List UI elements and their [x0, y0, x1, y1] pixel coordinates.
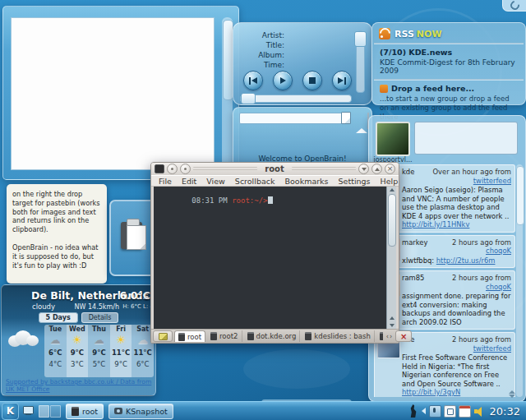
forecast-column: Wed ☀ 9°C 3°C — [67, 325, 89, 377]
tweet-list-scrollbar[interactable] — [516, 164, 523, 397]
close-tab-button[interactable]: × — [395, 330, 412, 342]
scroll-up-icon[interactable] — [388, 187, 395, 193]
status-update-input[interactable] — [414, 122, 518, 155]
klipper-icon[interactable] — [444, 405, 456, 418]
menu-view[interactable]: View — [201, 177, 230, 186]
weather-tabs: 5 Days Details — [2, 312, 155, 323]
microphone-icon[interactable] — [429, 405, 441, 418]
pager-desktop-2[interactable] — [50, 405, 61, 418]
desktop-pager[interactable] — [39, 405, 61, 418]
weather-credit-link[interactable]: Supported by backstage.bbc.co.uk / Data … — [6, 378, 152, 394]
window-title: root — [260, 164, 288, 173]
clock[interactable]: 20:32 — [490, 405, 520, 418]
titlebar-pin-button[interactable] — [180, 164, 191, 174]
sun-icon: ☀ — [67, 333, 89, 347]
seek-slider[interactable] — [240, 95, 352, 103]
tweet-list-scrollbar-thumb[interactable] — [516, 166, 524, 225]
tweet-user[interactable]: markey — [402, 238, 427, 256]
avatar[interactable] — [376, 122, 410, 156]
tab-root2[interactable]: root2 — [207, 330, 242, 342]
device-notifier-icon[interactable] — [22, 405, 35, 418]
openbrain-input[interactable] — [239, 113, 344, 124]
task-button-root[interactable]: root — [66, 404, 104, 419]
forecast-column: Fri ☀ 11°C 9°C — [110, 325, 132, 377]
tab-details[interactable]: Details — [81, 312, 119, 323]
tab-config[interactable]: confi — [376, 330, 383, 342]
volume-slider[interactable] — [356, 30, 365, 93]
scroll-up-icon[interactable] — [388, 315, 395, 321]
seek-slider-handle[interactable] — [241, 93, 256, 104]
terminal-scrollbar-thumb[interactable] — [388, 194, 396, 247]
close-button[interactable]: × — [385, 164, 395, 174]
volume-slider-handle[interactable] — [354, 31, 367, 47]
terminal-scrollbar[interactable] — [386, 187, 396, 329]
kmenu-button[interactable]: K — [2, 403, 19, 420]
tweet-source-link[interactable]: twitterfeed — [473, 177, 511, 185]
home-icon[interactable] — [356, 113, 367, 122]
rain-icon: ☁ — [44, 333, 67, 347]
terminal-tab-icon — [305, 332, 311, 340]
rain-icon: ☁ — [88, 333, 110, 347]
volume-icon[interactable] — [473, 406, 484, 417]
play-button[interactable] — [273, 71, 293, 90]
rss-logo: RSS — [394, 29, 414, 39]
menu-help[interactable]: Help — [376, 177, 404, 186]
tweet-link[interactable]: http://2tu.us/r6m — [436, 256, 496, 265]
terminal-window: root × File Edit View Scrollback Bookmar… — [150, 162, 399, 344]
terminal-menubar: File Edit View Scrollback Bookmarks Sett… — [151, 175, 399, 187]
tweet-link[interactable]: http://bit.ly/3gyN — [402, 388, 460, 396]
tweet-source-link[interactable]: twitterfeed — [473, 344, 511, 353]
calendar-icon[interactable] — [459, 405, 471, 418]
tab-dot-kde-org[interactable]: dot.kde.org — [244, 330, 301, 342]
terminal-tab-icon — [380, 332, 383, 340]
minimize-button[interactable] — [358, 164, 369, 174]
widget-handle[interactable] — [502, 0, 526, 12]
menu-bookmarks[interactable]: Bookmarks — [279, 177, 333, 186]
terminal-icon — [72, 407, 79, 416]
terminal-titlebar[interactable]: root × — [151, 163, 399, 175]
editor-scrollbar[interactable] — [222, 17, 233, 170]
tab-kdeslides-bash[interactable]: kdeslides : bash — [302, 330, 374, 342]
maximize-button[interactable] — [371, 164, 382, 174]
rss-drop-heading: Drop a feed here... — [391, 84, 474, 93]
tweet-text: assignment done. preparing for ext4 conv… — [402, 292, 511, 326]
tweet-text: Aaron Seigo (aseigo): Plasma and VNC: A … — [402, 186, 511, 229]
tray-expander-icon[interactable] — [422, 408, 426, 414]
rss-feed-item[interactable]: (7/10) KDE.news KDE Commit-Digest for 8t… — [372, 44, 525, 79]
task-button-ksnapshot[interactable]: KSnapshot — [108, 404, 173, 419]
rssnow-widget: RSS NOW (7/10) KDE.news KDE Commit-Diges… — [371, 22, 526, 105]
tweet-link[interactable]: http://bit.ly/11HNkv — [402, 220, 469, 228]
terminal-output[interactable]: 08:31 PM root:~/> — [154, 187, 396, 329]
menu-scrollback[interactable]: Scrollback — [230, 177, 280, 186]
menu-edit[interactable]: Edit — [177, 177, 201, 186]
tab-scroll-arrows[interactable]: ‹› — [385, 330, 394, 342]
tweet-text: First Free Software Conference Held in N… — [402, 353, 511, 397]
document-icon[interactable] — [341, 112, 351, 124]
new-tab-icon — [159, 333, 168, 340]
sticky-note-widget[interactable]: on the right the drop target for pastebi… — [7, 184, 107, 284]
forecast-column: Thu ☁ 9°C 5°C — [88, 325, 110, 377]
tweet-time: 2 hours ago from twitterfeed — [418, 335, 511, 353]
time-label: Time: — [240, 60, 284, 70]
previous-button[interactable] — [243, 71, 263, 90]
rss-icon — [379, 28, 390, 39]
menu-file[interactable]: File — [154, 177, 177, 186]
stop-button[interactable] — [302, 71, 322, 90]
tweet-time: Over an hour ago from twitterfeed — [418, 168, 511, 185]
wallpaper-bokeh — [243, 349, 350, 389]
notes-editor-widget — [2, 6, 239, 180]
new-tab-button[interactable] — [153, 330, 173, 342]
tweet-source-link[interactable]: choqoK — [486, 283, 511, 291]
tab-root[interactable]: root — [174, 330, 205, 342]
scroll-down-icon[interactable] — [388, 322, 395, 329]
tweet-source-link[interactable]: choqoK — [486, 247, 511, 255]
next-button[interactable] — [332, 71, 352, 90]
tray-app-icon[interactable] — [409, 404, 418, 418]
tweet-user[interactable]: ram85 — [402, 274, 424, 291]
titlebar-menu-button[interactable] — [167, 164, 178, 174]
tweet-user[interactable]: kde — [402, 168, 414, 185]
tab-5-days[interactable]: 5 Days — [39, 312, 78, 323]
editor-text-area[interactable] — [11, 17, 215, 170]
menu-settings[interactable]: Settings — [334, 177, 376, 186]
pager-desktop-1[interactable] — [39, 405, 49, 418]
